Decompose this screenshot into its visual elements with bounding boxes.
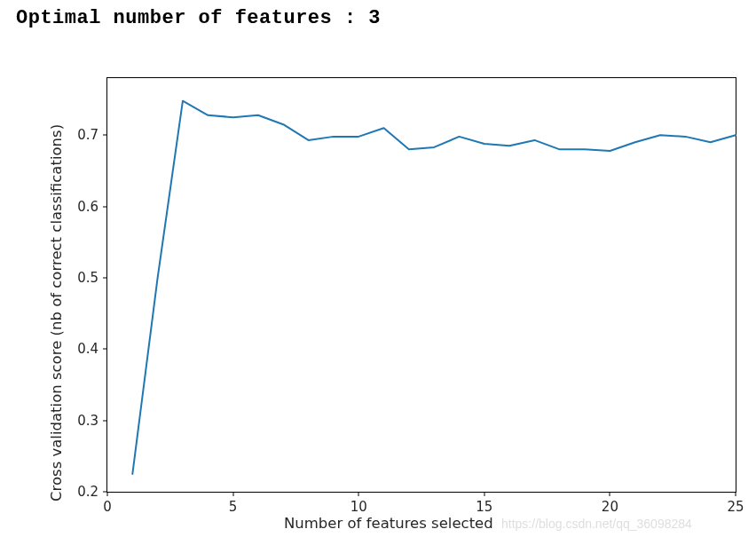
plot-box: 0.20.30.40.50.60.70510152025 [106, 77, 736, 493]
x-tick-mark [484, 492, 484, 496]
header-text: Optimal number of features : 3 [0, 0, 756, 36]
y-tick-label: 0.4 [77, 341, 98, 357]
y-tick-mark [103, 206, 107, 207]
y-tick-label: 0.3 [77, 413, 98, 429]
line-plot [107, 78, 736, 492]
x-tick-mark [232, 492, 233, 496]
x-tick-mark [736, 492, 736, 496]
x-axis-label: Number of features selected [284, 515, 493, 532]
y-tick-mark [103, 349, 107, 350]
x-tick-label: 15 [476, 499, 492, 515]
y-tick-label: 0.6 [77, 199, 98, 215]
x-tick-label: 10 [350, 499, 367, 515]
y-tick-label: 0.7 [77, 127, 98, 143]
chart-area: Cross validation score (nb of correct cl… [27, 49, 745, 537]
x-tick-mark [107, 492, 108, 496]
x-tick-mark [358, 492, 359, 496]
x-tick-label: 5 [229, 499, 238, 515]
x-tick-label: 25 [727, 499, 744, 515]
y-axis-label: Cross validation score (nb of correct cl… [48, 124, 65, 502]
y-tick-label: 0.2 [77, 484, 98, 500]
x-tick-mark [610, 492, 610, 496]
y-tick-mark [103, 420, 107, 421]
x-tick-label: 20 [602, 499, 618, 515]
watermark-text: https://blog.csdn.net/qq_36098284 [501, 517, 692, 531]
y-tick-mark [103, 277, 107, 278]
y-tick-mark [103, 135, 107, 136]
y-tick-label: 0.5 [77, 270, 98, 286]
data-line [132, 101, 736, 474]
x-tick-label: 0 [103, 499, 112, 515]
